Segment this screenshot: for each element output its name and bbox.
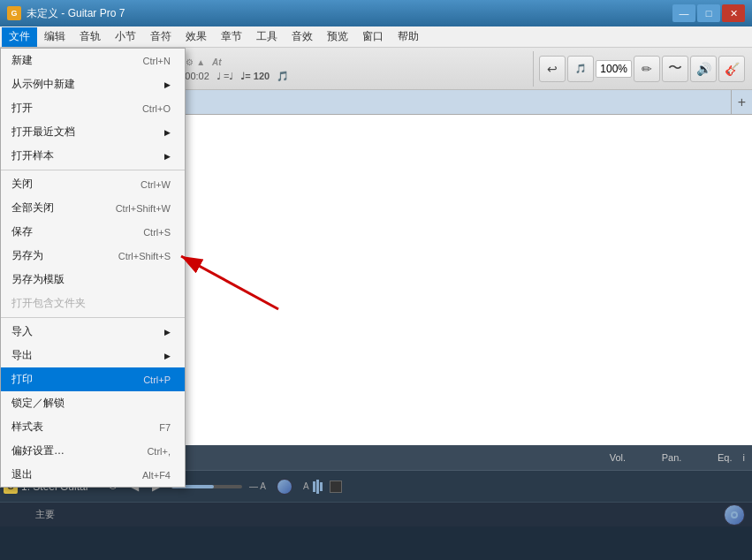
- undo-button[interactable]: ↩: [539, 56, 566, 82]
- menu-item-save-as[interactable]: 另存为 Ctrl+Shift+S: [1, 244, 185, 268]
- zoom-control[interactable]: 100%: [596, 60, 632, 78]
- menu-bar: 文件 编辑 音轨 小节 音符 效果 章节 工具 音效 预览 窗口 帮助: [0, 26, 752, 48]
- tool-btn4[interactable]: 🎸: [718, 56, 745, 82]
- menu-item-new[interactable]: 新建 Ctrl+N: [1, 49, 185, 72]
- menu-item-quit[interactable]: 退出 Alt+F4: [1, 463, 185, 487]
- app-icon: G: [7, 6, 21, 20]
- tempo-icon: 🎵: [277, 71, 289, 82]
- file-dropdown-menu: 新建 Ctrl+N 从示例中新建 打开 Ctrl+O 打开最近文档 打开样本 关…: [0, 48, 186, 488]
- separator-1: [1, 170, 185, 170]
- tool-btn3[interactable]: 🔊: [690, 56, 717, 82]
- menu-item-save-as-template[interactable]: 另存为模版: [1, 268, 185, 291]
- pan-label: Pan.: [636, 452, 707, 463]
- title-bar-controls: — □ ✕: [672, 4, 745, 22]
- song-icons: ⚙ ▲: [186, 57, 205, 67]
- eq-bars: [313, 480, 323, 494]
- eq-bar-2: [316, 480, 319, 494]
- menu-item-prefs[interactable]: 偏好设置… Ctrl+,: [1, 439, 185, 463]
- menu-item-open-sample[interactable]: 打开样本: [1, 144, 185, 168]
- tempo-display: ♩ =♩: [216, 71, 233, 82]
- zoom-value: 100%: [600, 63, 627, 75]
- i-label: i: [743, 452, 745, 463]
- menu-item-import[interactable]: 导入: [1, 320, 185, 344]
- separator-2: [1, 317, 185, 318]
- toolbar-right: ↩ 🎵 100% ✏ 〜 🔊 🎸: [536, 51, 748, 87]
- minimize-button[interactable]: —: [672, 4, 695, 22]
- menu-item-lock[interactable]: 锁定／解锁: [1, 391, 185, 415]
- menu-item-style[interactable]: 样式表 F7: [1, 415, 185, 439]
- pan-knob[interactable]: [277, 479, 292, 495]
- maximize-button[interactable]: □: [697, 4, 720, 22]
- menu-item-open-containing: 打开包含文件夹: [1, 291, 185, 315]
- menu-item-open[interactable]: 打开 Ctrl+O: [1, 96, 185, 120]
- menu-item-close[interactable]: 关闭 Ctrl+W: [1, 172, 185, 196]
- track-color-swatch[interactable]: [330, 481, 342, 493]
- pan-a-label: A: [303, 481, 309, 491]
- menu-preview[interactable]: 预览: [320, 27, 355, 47]
- tool-btn1[interactable]: ✏: [634, 56, 660, 82]
- track-sub-row: 主要: [0, 502, 752, 526]
- menu-edit[interactable]: 编辑: [37, 27, 72, 47]
- menu-window[interactable]: 窗口: [355, 27, 391, 47]
- title-bar-left: G 未定义 - Guitar Pro 7: [7, 6, 125, 21]
- menu-tools[interactable]: 工具: [249, 27, 285, 47]
- eq-bar-3: [320, 482, 323, 491]
- close-button[interactable]: ✕: [722, 4, 745, 22]
- volume-a-label: — A: [249, 481, 266, 491]
- menu-item-export[interactable]: 导出: [1, 344, 185, 367]
- tool-btn2[interactable]: 〜: [662, 56, 688, 82]
- vol-label: Vol.: [610, 452, 626, 463]
- menu-item-new-from-example[interactable]: 从示例中新建: [1, 72, 185, 96]
- sub-track-knob[interactable]: [724, 504, 745, 526]
- menu-item-print[interactable]: 打印 Ctrl+P: [1, 367, 185, 391]
- menu-sound[interactable]: 音效: [285, 27, 320, 47]
- at-label: At: [212, 57, 222, 67]
- eq-bar-1: [313, 481, 315, 492]
- add-track-tab-button[interactable]: +: [731, 90, 752, 114]
- redo-button[interactable]: 🎵: [567, 56, 594, 82]
- menu-item-open-recent[interactable]: 打开最近文档: [1, 120, 185, 144]
- menu-help[interactable]: 帮助: [391, 27, 426, 47]
- menu-effect[interactable]: 效果: [179, 27, 214, 47]
- menu-item-save[interactable]: 保存 Ctrl+S: [1, 220, 185, 244]
- sub-track-name: 主要: [35, 508, 115, 521]
- menu-bar-menu[interactable]: 小节: [108, 27, 143, 47]
- menu-item-close-all[interactable]: 全部关闭 Ctrl+Shift+W: [1, 196, 185, 220]
- menu-file[interactable]: 文件: [2, 27, 37, 47]
- window-title: 未定义 - Guitar Pro 7: [27, 6, 125, 21]
- title-bar: G 未定义 - Guitar Pro 7 — □ ✕: [0, 0, 752, 26]
- tempo-value: ♩= 120: [240, 71, 270, 82]
- menu-note[interactable]: 音符: [143, 27, 179, 47]
- eq-label: Eq.: [718, 452, 733, 463]
- menu-audio[interactable]: 音轨: [72, 27, 108, 47]
- menu-chapter[interactable]: 章节: [214, 27, 249, 47]
